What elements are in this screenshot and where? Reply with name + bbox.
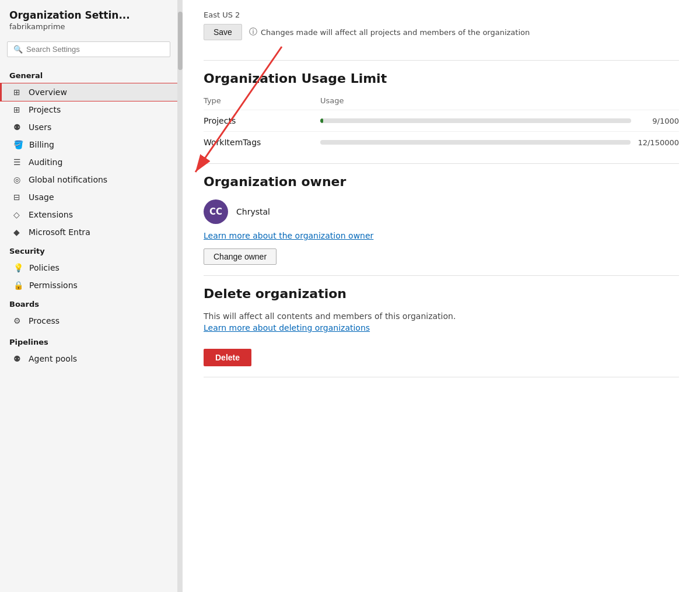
sidebar-item-billing[interactable]: 🪣 Billing: [0, 136, 177, 153]
learn-more-owner-link[interactable]: Learn more about the organization owner: [204, 231, 373, 240]
pipelines-section-label: Pipelines: [0, 332, 177, 350]
scrollbar-track[interactable]: [178, 0, 183, 592]
main-inner: East US 2 Save ⓘ Changes made will affec…: [183, 0, 700, 411]
owner-section-title: Organization owner: [204, 174, 679, 189]
sidebar-item-users[interactable]: ⚉ Users: [0, 118, 177, 136]
users-icon: ⚉: [13, 122, 23, 132]
agent-pools-icon: ⚉: [13, 354, 23, 363]
learn-more-delete-link[interactable]: Learn more about deleting organizations: [204, 323, 370, 332]
sidebar-item-label: Auditing: [29, 157, 62, 167]
sidebar-item-process[interactable]: ⚙ Process: [0, 312, 177, 330]
app-subtitle: fabrikamprime: [9, 22, 168, 31]
sidebar-item-projects[interactable]: ⊞ Projects: [0, 101, 177, 118]
usage-section-title: Organization Usage Limit: [204, 71, 679, 86]
sidebar-item-label: Usage: [29, 192, 54, 202]
divider-2: [204, 163, 679, 164]
usage-section: Organization Usage Limit Type Usage Proj…: [204, 71, 679, 153]
save-row: Save ⓘ Changes made will affect all proj…: [204, 24, 679, 50]
main-content: East US 2 Save ⓘ Changes made will affec…: [183, 0, 700, 592]
avatar: CC: [204, 199, 228, 224]
usage-bar-bg-projects: [320, 118, 631, 123]
sidebar-item-label: Agent pools: [29, 354, 77, 363]
avatar-initials: CC: [209, 206, 222, 217]
sidebar-item-label: Policies: [29, 263, 60, 272]
usage-row-projects: Projects 9/1000: [204, 110, 679, 131]
usage-table: Type Usage Projects 9/1000 WorkItemTags: [204, 96, 679, 153]
sidebar-item-label: Global notifications: [29, 175, 107, 184]
notifications-icon: ◎: [13, 175, 23, 184]
sidebar-item-agent-pools[interactable]: ⚉ Agent pools: [0, 350, 177, 367]
sidebar-item-label: Microsoft Entra: [29, 227, 90, 237]
delete-section-title: Delete organization: [204, 286, 679, 301]
info-icon: ⓘ: [249, 27, 257, 37]
usage-bar-wrap-workitemtags: 12/150000: [320, 138, 679, 147]
usage-count-workitemtags: 12/150000: [638, 138, 679, 147]
region-label: East US 2: [204, 0, 679, 24]
save-button[interactable]: Save: [204, 24, 242, 40]
usage-label-workitemtags: WorkItemTags: [204, 138, 320, 147]
usage-bar-fill-projects: [320, 118, 323, 123]
sidebar-item-global-notifications[interactable]: ◎ Global notifications: [0, 171, 177, 188]
usage-usage-header: Usage: [320, 96, 679, 105]
usage-row-workitemtags: WorkItemTags 12/150000: [204, 131, 679, 153]
boards-section-label: Boards: [0, 294, 177, 312]
sidebar-item-permissions[interactable]: 🔒 Permissions: [0, 276, 177, 294]
search-input[interactable]: [26, 45, 164, 54]
usage-icon: ⊟: [13, 192, 23, 202]
search-icon: 🔍: [13, 45, 23, 54]
usage-label-projects: Projects: [204, 116, 320, 125]
delete-description: This will affect all contents and member…: [204, 311, 679, 321]
sidebar-item-label: Permissions: [29, 281, 78, 290]
delete-section: Delete organization This will affect all…: [204, 286, 679, 366]
usage-bar-wrap-projects: 9/1000: [320, 117, 679, 125]
sidebar-item-microsoft-entra[interactable]: ◆ Microsoft Entra: [0, 223, 177, 241]
sidebar-header: Organization Settin... fabrikamprime: [0, 0, 177, 36]
projects-icon: ⊞: [13, 105, 23, 114]
extensions-icon: ◇: [13, 210, 23, 219]
sidebar-item-label: Overview: [29, 87, 67, 97]
owner-section: Organization owner CC Chrystal Learn mor…: [204, 174, 679, 265]
billing-icon: 🪣: [13, 140, 23, 149]
sidebar-item-label: Projects: [29, 105, 61, 114]
sidebar-item-label: Billing: [29, 140, 54, 149]
divider-1: [204, 60, 679, 61]
sidebar-item-label: Users: [29, 122, 51, 132]
general-section-label: General: [0, 65, 177, 83]
search-box[interactable]: 🔍: [7, 41, 170, 57]
process-icon: ⚙: [13, 316, 23, 325]
entra-icon: ◆: [13, 227, 23, 237]
security-section-label: Security: [0, 241, 177, 259]
usage-type-header: Type: [204, 96, 320, 105]
delete-button[interactable]: Delete: [204, 349, 251, 366]
owner-name: Chrystal: [236, 207, 270, 216]
overview-icon: ⊞: [13, 87, 23, 97]
sidebar-item-auditing[interactable]: ☰ Auditing: [0, 153, 177, 171]
change-owner-button[interactable]: Change owner: [204, 248, 276, 265]
sidebar-item-usage[interactable]: ⊟ Usage: [0, 188, 177, 206]
sidebar-item-label: Process: [29, 316, 60, 325]
permissions-icon: 🔒: [13, 281, 23, 290]
usage-header: Type Usage: [204, 96, 679, 110]
sidebar-item-overview[interactable]: ⊞ Overview: [0, 83, 177, 101]
auditing-icon: ☰: [13, 157, 23, 167]
sidebar-item-extensions[interactable]: ◇ Extensions: [0, 206, 177, 223]
usage-bar-bg-workitemtags: [320, 140, 631, 145]
sidebar: Organization Settin... fabrikamprime 🔍 G…: [0, 0, 178, 592]
scrollbar-thumb[interactable]: [178, 12, 183, 70]
policies-icon: 💡: [13, 263, 23, 272]
usage-count-projects: 9/1000: [638, 117, 679, 125]
divider-3: [204, 275, 679, 276]
app-title: Organization Settin...: [9, 9, 168, 21]
divider-4: [204, 377, 679, 377]
owner-row: CC Chrystal: [204, 199, 679, 224]
sidebar-item-policies[interactable]: 💡 Policies: [0, 259, 177, 276]
save-note: ⓘ Changes made will affect all projects …: [249, 27, 530, 37]
sidebar-item-label: Extensions: [29, 210, 73, 219]
